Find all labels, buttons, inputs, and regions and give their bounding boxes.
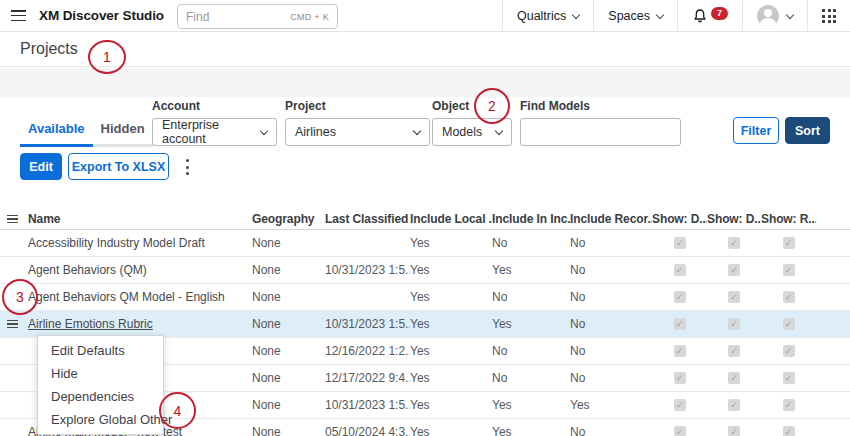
account-select[interactable]: Enterprise account <box>152 118 277 146</box>
column-header-name[interactable]: Name <box>28 212 252 226</box>
column-header-show-3[interactable]: Show: R... <box>761 212 816 226</box>
find-models-input[interactable] <box>520 118 681 146</box>
filter-button[interactable]: Filter <box>733 117 779 144</box>
chevron-down-icon <box>656 10 664 18</box>
column-header-include-recor[interactable]: Include Recor... <box>570 212 652 226</box>
table-header: Name Geography Last Classified Include L… <box>0 209 850 230</box>
checked-checkbox-icon[interactable]: ✓ <box>674 291 686 303</box>
spaces-menu[interactable]: Spaces <box>593 0 677 32</box>
geography-value: None <box>252 290 325 304</box>
checked-checkbox-icon[interactable]: ✓ <box>783 426 795 436</box>
show-checkbox-cell: ✓ <box>652 426 707 436</box>
model-name[interactable]: Accessibility Industry Model Draft <box>28 236 252 250</box>
column-header-include-local[interactable]: Include Local ... <box>410 212 492 226</box>
sort-button[interactable]: Sort <box>785 117 830 144</box>
export-to-xlsx-button[interactable]: Export To XLSX <box>68 153 169 180</box>
checked-checkbox-icon[interactable]: ✓ <box>783 399 795 411</box>
visibility-tabs: Available Hidden <box>20 116 153 147</box>
geography-value: None <box>252 236 325 250</box>
search-input[interactable] <box>186 10 290 24</box>
include-local-value: Yes <box>410 290 492 304</box>
checked-checkbox-icon[interactable]: ✓ <box>783 345 795 357</box>
last-classified-value: 10/31/2023 1:5... <box>325 317 410 331</box>
checked-checkbox-icon[interactable]: ✓ <box>783 372 795 384</box>
include-recor-value: No <box>570 236 652 250</box>
checked-checkbox-icon[interactable]: ✓ <box>728 345 740 357</box>
account-menu[interactable] <box>742 0 807 32</box>
show-checkbox-cell: ✓ <box>707 426 761 436</box>
model-name[interactable]: Airline Emotions Rubric <box>28 317 252 331</box>
qualtrics-menu[interactable]: Qualtrics <box>502 0 593 32</box>
checked-checkbox-icon[interactable]: ✓ <box>783 318 795 330</box>
column-header-show-2[interactable]: Show: D... <box>707 212 761 226</box>
column-header-geography[interactable]: Geography <box>252 212 325 226</box>
column-drag-icon[interactable] <box>7 215 18 223</box>
row-handle-cell <box>0 320 28 328</box>
checked-checkbox-icon[interactable]: ✓ <box>674 264 686 276</box>
project-select[interactable]: Airlines <box>285 118 430 146</box>
table-row[interactable]: Airline Emotions RubricNone10/31/2023 1:… <box>0 311 850 338</box>
model-name[interactable]: Agent Behaviors QM Model - English <box>28 290 252 304</box>
include-local-value: Yes <box>410 263 492 277</box>
checked-checkbox-icon[interactable]: ✓ <box>728 264 740 276</box>
global-search[interactable]: CMD + K <box>177 4 338 29</box>
show-checkbox-cell: ✓ <box>652 291 707 303</box>
column-header-include-in[interactable]: Include In Inc... <box>492 212 570 226</box>
menu-item-hide[interactable]: Hide <box>38 362 163 385</box>
checked-checkbox-icon[interactable]: ✓ <box>674 426 686 436</box>
menu-item-explore-global-other[interactable]: Explore Global Other <box>38 408 163 431</box>
column-header-show-1[interactable]: Show: D... <box>652 212 707 226</box>
checked-checkbox-icon[interactable]: ✓ <box>728 291 740 303</box>
more-actions-kebab-icon[interactable] <box>179 158 195 176</box>
show-checkbox-cell: ✓ <box>707 264 761 276</box>
show-checkbox-cell: ✓ <box>652 372 707 384</box>
checked-checkbox-icon[interactable]: ✓ <box>674 372 686 384</box>
notifications-button[interactable]: 7 <box>677 0 742 32</box>
include-recor-value: No <box>570 425 652 436</box>
include-local-value: Yes <box>410 398 492 412</box>
checked-checkbox-icon[interactable]: ✓ <box>728 237 740 249</box>
table-row[interactable]: Agent Behaviors QM Model - EnglishNoneYe… <box>0 284 850 311</box>
checked-checkbox-icon[interactable]: ✓ <box>783 264 795 276</box>
include-local-value: Yes <box>410 371 492 385</box>
edit-button[interactable]: Edit <box>20 153 62 180</box>
show-checkbox-cell: ✓ <box>761 426 816 436</box>
geography-value: None <box>252 425 325 436</box>
checked-checkbox-icon[interactable]: ✓ <box>728 399 740 411</box>
checked-checkbox-icon[interactable]: ✓ <box>674 345 686 357</box>
avatar <box>757 5 779 27</box>
checked-checkbox-icon[interactable]: ✓ <box>674 318 686 330</box>
notification-count-badge: 7 <box>711 7 728 20</box>
checked-checkbox-icon[interactable]: ✓ <box>728 318 740 330</box>
app-switcher-button[interactable] <box>807 0 850 32</box>
checked-checkbox-icon[interactable]: ✓ <box>674 399 686 411</box>
checked-checkbox-icon[interactable]: ✓ <box>783 291 795 303</box>
hamburger-menu-icon[interactable] <box>11 10 26 21</box>
checked-checkbox-icon[interactable]: ✓ <box>783 237 795 249</box>
include-in-value: Yes <box>492 425 570 436</box>
checked-checkbox-icon[interactable]: ✓ <box>674 237 686 249</box>
checked-checkbox-icon[interactable]: ✓ <box>728 426 740 436</box>
page-title: Projects <box>20 40 78 58</box>
geography-value: None <box>252 371 325 385</box>
show-checkbox-cell: ✓ <box>761 291 816 303</box>
tab-available[interactable]: Available <box>20 116 93 147</box>
show-checkbox-cell: ✓ <box>652 345 707 357</box>
table-row[interactable]: Accessibility Industry Model DraftNoneYe… <box>0 230 850 257</box>
table-row[interactable]: Agent Behaviors (QM)None10/31/2023 1:5..… <box>0 257 850 284</box>
waffle-grid-icon <box>822 9 836 23</box>
row-drag-icon[interactable] <box>7 320 18 328</box>
checked-checkbox-icon[interactable]: ✓ <box>728 372 740 384</box>
chevron-down-icon <box>413 126 421 134</box>
context-menu: Edit DefaultsHideDependenciesExplore Glo… <box>37 335 164 435</box>
menu-item-edit-defaults[interactable]: Edit Defaults <box>38 339 163 362</box>
model-name[interactable]: Agent Behaviors (QM) <box>28 263 252 277</box>
top-bar: XM Discover Studio CMD + K Qualtrics Spa… <box>0 0 850 32</box>
tab-hidden[interactable]: Hidden <box>93 116 153 147</box>
object-select[interactable]: Models <box>432 118 512 146</box>
show-checkbox-cell: ✓ <box>707 399 761 411</box>
menu-item-dependencies[interactable]: Dependencies <box>38 385 163 408</box>
geography-value: None <box>252 398 325 412</box>
column-header-last-classified[interactable]: Last Classified <box>325 212 410 226</box>
include-in-value: No <box>492 371 570 385</box>
